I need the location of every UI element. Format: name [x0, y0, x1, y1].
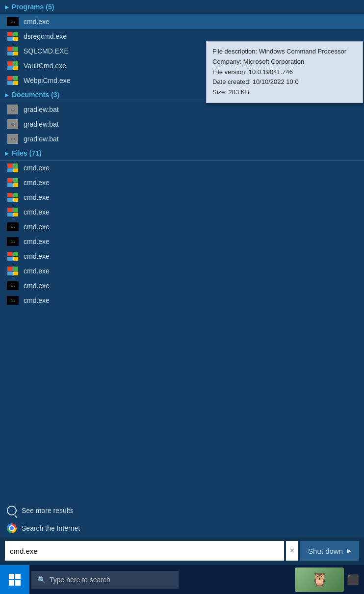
- bat-icon: [6, 119, 20, 129]
- footer: See more results Search the Internet × S…: [0, 502, 364, 565]
- search-circle-icon: [7, 506, 17, 515]
- documents-item-2-label: gradlew.bat: [24, 135, 59, 143]
- win-icon: [6, 31, 20, 41]
- files-item-6[interactable]: cmd.exe: [0, 249, 364, 264]
- files-section-label: Files (71): [12, 149, 42, 157]
- tooltip-size: Size: 283 KB: [212, 87, 357, 98]
- documents-arrow-icon: ▶: [5, 92, 9, 98]
- cmd-icon: [6, 17, 20, 27]
- files-item-7[interactable]: cmd.exe: [0, 264, 364, 278]
- files-item-5[interactable]: cmd.exe: [0, 234, 364, 249]
- files-item-4-label: cmd.exe: [24, 223, 50, 231]
- files-item-8-label: cmd.exe: [24, 282, 50, 290]
- cmd-icon: [6, 237, 20, 246]
- shutdown-arrow-icon: ▶: [347, 547, 351, 554]
- files-item-3[interactable]: cmd.exe: [0, 205, 364, 219]
- documents-item-0[interactable]: gradlew.bat: [0, 102, 364, 117]
- programs-section-header[interactable]: ▶ Programs (5): [0, 0, 364, 14]
- chrome-icon: [7, 523, 17, 533]
- files-item-8[interactable]: cmd.exe: [0, 278, 364, 293]
- win-icon: [6, 178, 20, 188]
- bat-icon: [6, 105, 20, 114]
- cmd-icon: [6, 296, 20, 305]
- files-item-1-label: cmd.exe: [24, 179, 50, 187]
- files-item-4[interactable]: cmd.exe: [0, 219, 364, 234]
- search-internet-button[interactable]: Search the Internet: [0, 519, 364, 537]
- taskbar-right: 🦉 ⬛: [295, 567, 364, 592]
- search-internet-label: Search the Internet: [22, 524, 80, 532]
- programs-arrow-icon: ▶: [5, 4, 9, 10]
- see-more-label: See more results: [22, 507, 74, 514]
- files-item-9-label: cmd.exe: [24, 297, 50, 304]
- files-section-header[interactable]: ▶ Files (71): [0, 146, 364, 161]
- files-item-3-label: cmd.exe: [24, 208, 50, 216]
- tooltip-company: Company: Microsoft Corporation: [212, 57, 357, 67]
- documents-item-1[interactable]: gradlew.bat: [0, 117, 364, 132]
- win-icon: [6, 192, 20, 202]
- owl-icon: 🦉: [311, 571, 328, 588]
- win-icon: [6, 163, 20, 173]
- programs-item-1-label: dsregcmd.exe: [24, 32, 67, 40]
- start-button[interactable]: [0, 565, 29, 594]
- clear-icon: ×: [290, 546, 294, 555]
- taskbar-search-icon: 🔍: [37, 576, 46, 584]
- programs-item-0-label: cmd.exe: [24, 18, 50, 26]
- search-input[interactable]: [5, 541, 284, 561]
- taskbar-monitor-icon[interactable]: ⬛: [347, 574, 359, 586]
- documents-item-2[interactable]: gradlew.bat: [0, 132, 364, 146]
- clear-search-button[interactable]: ×: [286, 541, 298, 561]
- taskbar-search-label: Type here to search: [50, 576, 110, 584]
- files-item-9[interactable]: cmd.exe: [0, 293, 364, 308]
- documents-item-0-label: gradlew.bat: [24, 106, 59, 113]
- shutdown-label: Shut down: [308, 547, 343, 555]
- taskbar: 🔍 Type here to search 🦉 ⬛: [0, 565, 364, 594]
- cmd-icon: [6, 222, 20, 232]
- documents-section-label: Documents (3): [12, 91, 59, 99]
- file-tooltip: File description: Windows Command Proces…: [206, 41, 363, 103]
- files-arrow-icon: ▶: [5, 151, 9, 156]
- windows-logo-icon: [9, 574, 21, 586]
- programs-item-2-label: SQLCMD.EXE: [24, 47, 69, 55]
- win-icon: [6, 251, 20, 261]
- bat-icon: [6, 134, 20, 144]
- programs-item-4-label: WebpiCmd.exe: [24, 77, 70, 84]
- cmd-icon: [6, 281, 20, 291]
- win-icon: [6, 61, 20, 71]
- files-item-0-label: cmd.exe: [24, 164, 50, 172]
- taskbar-owl-widget[interactable]: 🦉: [295, 567, 344, 592]
- files-item-0[interactable]: cmd.exe: [0, 161, 364, 175]
- search-row: × Shut down ▶: [0, 537, 364, 565]
- files-item-5-label: cmd.exe: [24, 238, 50, 245]
- programs-item-3-label: VaultCmd.exe: [24, 62, 66, 70]
- tooltip-date: Date created: 10/10/2022 10:0: [212, 77, 357, 87]
- start-menu: ▶ Programs (5) cmd.exe File description:…: [0, 0, 364, 594]
- tooltip-version: File version: 10.0.19041.746: [212, 67, 357, 78]
- programs-section-label: Programs (5): [12, 3, 54, 11]
- files-item-7-label: cmd.exe: [24, 267, 50, 275]
- programs-item-0[interactable]: cmd.exe File description: Windows Comman…: [0, 14, 364, 29]
- tooltip-description: File description: Windows Command Proces…: [212, 47, 357, 57]
- win-icon: [6, 207, 20, 217]
- win-icon: [6, 266, 20, 276]
- shutdown-button[interactable]: Shut down ▶: [300, 541, 359, 561]
- files-item-1[interactable]: cmd.exe: [0, 175, 364, 190]
- taskbar-search-box[interactable]: 🔍 Type here to search: [31, 571, 179, 589]
- win-icon: [6, 76, 20, 85]
- see-more-results[interactable]: See more results: [0, 502, 364, 519]
- documents-item-1-label: gradlew.bat: [24, 120, 59, 128]
- win-icon: [6, 46, 20, 56]
- files-item-6-label: cmd.exe: [24, 252, 50, 260]
- files-item-2[interactable]: cmd.exe: [0, 190, 364, 205]
- files-item-2-label: cmd.exe: [24, 193, 50, 201]
